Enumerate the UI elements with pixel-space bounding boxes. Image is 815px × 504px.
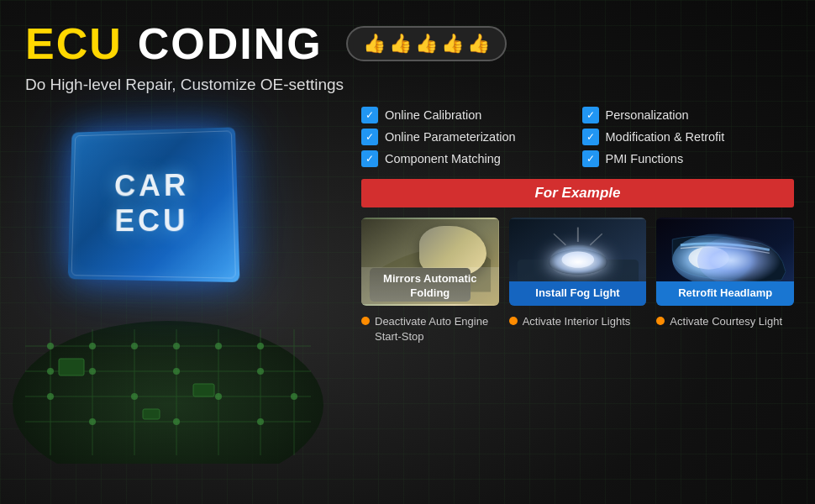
- header: ECU CODING 👍 👍 👍 👍 👍: [0, 0, 815, 69]
- right-panel: ✓ Online Calibration ✓ Personalization ✓…: [353, 102, 815, 480]
- svg-rect-30: [193, 384, 214, 396]
- thumb-1-icon: 👍: [363, 33, 386, 55]
- svg-point-15: [173, 343, 180, 349]
- svg-point-44: [673, 234, 762, 286]
- example-cards: Mirrors Automatic Folding: [361, 218, 794, 306]
- thumbs-badge: 👍 👍 👍 👍 👍: [346, 26, 507, 61]
- bottom-item-0: Deactivate Auto Engine Start-Stop: [361, 314, 499, 344]
- svg-point-0: [13, 321, 323, 464]
- svg-point-26: [89, 418, 96, 425]
- check-icon-4: ✓: [361, 150, 378, 167]
- svg-point-14: [131, 343, 138, 349]
- feature-label-2: Online Parameterization: [385, 130, 516, 144]
- svg-point-27: [173, 418, 180, 425]
- svg-rect-29: [59, 359, 84, 375]
- ecu-chip: CAR ECU: [68, 127, 240, 282]
- bottom-item-text-1: Activate Interior Lights: [523, 314, 631, 329]
- circuit-board-svg: [8, 279, 328, 464]
- thumb-2-icon: 👍: [389, 33, 412, 55]
- subtitle: Do High-level Repair, Customize OE-setti…: [0, 69, 815, 94]
- left-panel: CAR ECU: [0, 102, 353, 480]
- bottom-item-text-2: Activate Courtesy Light: [670, 314, 782, 329]
- card-label-mirrors: Mirrors Automatic Folding: [361, 267, 499, 306]
- bottom-item-2: Activate Courtesy Light: [656, 314, 794, 344]
- ecu-chip-text-car: CAR: [114, 168, 190, 204]
- svg-point-33: [444, 244, 473, 263]
- for-example-text: For Example: [534, 185, 620, 201]
- check-icon-5: ✓: [582, 150, 599, 167]
- card-label-headlamp: Retrofit Headlamp: [656, 281, 794, 306]
- title-ecu: ECU: [25, 18, 123, 69]
- feature-label-4: Component Matching: [385, 152, 501, 165]
- svg-point-22: [47, 393, 54, 400]
- dot-orange-1: [509, 317, 518, 325]
- feature-label-1: Personalization: [606, 108, 689, 122]
- svg-point-18: [47, 368, 54, 375]
- features-grid: ✓ Online Calibration ✓ Personalization ✓…: [361, 107, 794, 167]
- card-label-fog: Install Fog Light: [509, 281, 647, 306]
- check-icon-3: ✓: [582, 129, 599, 145]
- check-icon-0: ✓: [361, 107, 378, 123]
- for-example-banner: For Example: [361, 179, 794, 207]
- feature-item-1: ✓ Personalization: [582, 107, 795, 123]
- ecu-chip-text-ecu: ECU: [114, 203, 189, 239]
- svg-point-12: [47, 343, 54, 349]
- example-card-mirrors: Mirrors Automatic Folding: [361, 218, 499, 306]
- svg-point-20: [173, 368, 180, 375]
- svg-point-38: [545, 242, 610, 277]
- svg-point-17: [257, 343, 264, 349]
- feature-label-5: PMI Functions: [606, 152, 684, 165]
- svg-point-39: [561, 251, 594, 267]
- svg-point-34: [450, 248, 463, 256]
- check-icon-1: ✓: [582, 107, 599, 123]
- svg-point-21: [257, 368, 264, 375]
- svg-point-19: [89, 368, 96, 375]
- thumb-5-icon: 👍: [467, 33, 490, 55]
- feature-label-3: Modification & Retrofit: [606, 130, 725, 144]
- feature-label-0: Online Calibration: [385, 108, 481, 122]
- feature-item-5: ✓ PMI Functions: [582, 150, 795, 167]
- svg-point-13: [89, 343, 96, 349]
- bottom-items: Deactivate Auto Engine Start-Stop Activa…: [361, 314, 794, 344]
- svg-point-25: [291, 393, 297, 400]
- svg-rect-31: [143, 409, 160, 419]
- svg-point-28: [257, 418, 264, 425]
- main-content: CAR ECU ✓ Online Calibration ✓ Personali…: [0, 102, 815, 480]
- svg-point-16: [215, 343, 222, 349]
- svg-point-24: [215, 393, 222, 400]
- feature-item-0: ✓ Online Calibration: [361, 107, 574, 123]
- thumb-4-icon: 👍: [441, 33, 464, 55]
- example-card-headlamp: Retrofit Headlamp: [656, 218, 794, 306]
- bottom-item-1: Activate Interior Lights: [509, 314, 647, 344]
- svg-point-45: [689, 247, 729, 270]
- bottom-item-text-0: Deactivate Auto Engine Start-Stop: [375, 314, 499, 344]
- check-icon-2: ✓: [361, 129, 378, 145]
- feature-item-4: ✓ Component Matching: [361, 150, 574, 167]
- title-coding: CODING: [138, 18, 323, 69]
- svg-point-23: [131, 393, 138, 400]
- dot-orange-2: [656, 317, 665, 325]
- thumb-3-icon: 👍: [415, 33, 438, 55]
- feature-item-3: ✓ Modification & Retrofit: [582, 129, 795, 145]
- feature-item-2: ✓ Online Parameterization: [361, 129, 574, 145]
- dot-orange-0: [361, 317, 370, 325]
- example-card-fog: Install Fog Light: [509, 218, 647, 306]
